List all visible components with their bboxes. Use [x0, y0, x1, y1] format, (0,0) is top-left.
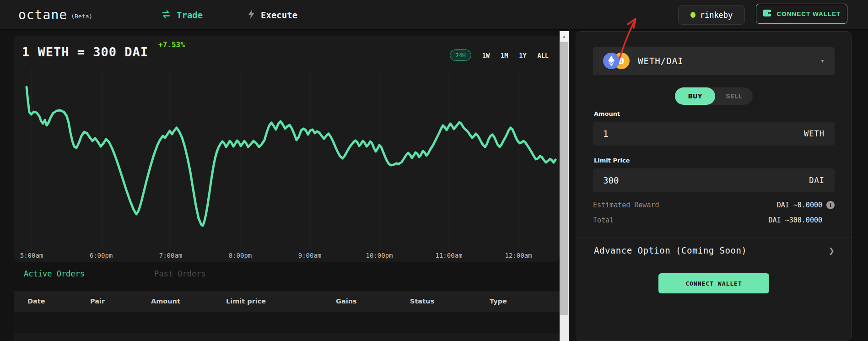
network-name: rinkeby: [700, 11, 733, 20]
tab-past-orders[interactable]: Past Orders: [154, 269, 206, 278]
nav-tab-execute[interactable]: Execute: [247, 0, 297, 30]
nav-trade-label: Trade: [177, 10, 203, 20]
range-1m[interactable]: 1M: [501, 52, 508, 59]
logo[interactable]: octane (Beta): [18, 0, 92, 30]
connect-wallet-label: CONNECT WALLET: [777, 11, 841, 17]
advance-option-label: Advance Option (Coming Soon): [594, 245, 747, 255]
divider: [576, 263, 852, 263]
price-chart[interactable]: [18, 69, 560, 249]
buy-toggle-button[interactable]: BUY: [675, 87, 715, 105]
amount-unit: WETH: [804, 129, 825, 138]
col-date: Date: [27, 298, 90, 305]
scrollbar-thumb[interactable]: [560, 42, 568, 315]
limit-price-input[interactable]: [603, 175, 809, 185]
nav-tab-trade[interactable]: Trade: [161, 0, 203, 30]
price-chart-svg: [18, 69, 560, 249]
x-tick: 12:00am: [505, 252, 532, 259]
swap-icon: [161, 9, 171, 21]
amount-input[interactable]: [603, 129, 804, 139]
orders-table-bottom-row: [14, 333, 560, 341]
pair-coins: Ð: [603, 53, 630, 69]
app-root: octane (Beta) Trade Execute rinkeby CONN…: [0, 0, 868, 341]
range-all[interactable]: ALL: [538, 52, 549, 59]
pair-selector-dropdown[interactable]: Ð WETH/DAI ▾: [593, 47, 835, 75]
chevron-right-icon: ❯: [829, 245, 835, 256]
vertical-scrollbar[interactable]: ▲: [560, 31, 569, 341]
network-badge[interactable]: rinkeby: [678, 5, 745, 25]
range-1w[interactable]: 1W: [482, 52, 490, 59]
price-quote: 1 WETH = 300 DAI: [22, 45, 148, 59]
col-gains: Gains: [336, 298, 410, 305]
info-icon[interactable]: i: [826, 201, 835, 209]
logo-text: octane: [18, 7, 67, 22]
sell-toggle-button[interactable]: SELL: [715, 87, 753, 105]
tab-active-orders[interactable]: Active Orders: [24, 269, 85, 278]
time-range-selector: 24H 1W 1M 1Y ALL: [450, 49, 549, 61]
limit-price-label: Limit Price: [594, 157, 630, 164]
total-row: Total DAI ~300.0000: [593, 216, 835, 224]
trade-panel: Ð WETH/DAI ▾ BUY SELL Amount WETH Limit …: [576, 31, 852, 341]
connect-wallet-button-panel[interactable]: CONNECT WALLET: [658, 273, 769, 293]
estimated-reward-value: DAI ~0.0000: [777, 201, 822, 209]
x-axis: 5:00am 6:00pm 7:00am 8:00pm 9:00am 10:00…: [14, 252, 560, 261]
buy-sell-toggle: BUY SELL: [675, 87, 753, 105]
chart-card: 1 WETH = 300 DAI +7.53% 24H 1W 1M 1Y ALL…: [14, 36, 560, 262]
col-pair: Pair: [90, 298, 151, 305]
col-amount: Amount: [151, 298, 226, 305]
range-1y[interactable]: 1Y: [519, 52, 526, 59]
orders-table-header: Date Pair Amount Limit price Gains Statu…: [14, 291, 560, 312]
estimated-reward-label: Estimated Reward: [593, 201, 659, 209]
col-limit-price: Limit price: [226, 298, 336, 305]
x-tick: 9:00am: [298, 252, 322, 259]
x-tick: 5:00am: [20, 252, 43, 259]
limit-price-unit: DAI: [809, 176, 825, 185]
navbar: octane (Beta) Trade Execute rinkeby CONN…: [0, 0, 868, 30]
price-line-series: [27, 87, 555, 226]
beta-tag: (Beta): [71, 13, 92, 20]
scrollbar-up-arrow-icon[interactable]: ▲: [560, 31, 569, 41]
range-24h[interactable]: 24H: [450, 49, 471, 61]
col-status: Status: [410, 298, 490, 305]
pair-label: WETH/DAI: [638, 56, 684, 66]
x-tick: 8:00pm: [229, 252, 252, 259]
connect-wallet-button-navbar[interactable]: CONNECT WALLET: [756, 4, 847, 24]
amount-field-wrap: WETH: [593, 122, 835, 146]
price-change-badge: +7.53%: [158, 40, 185, 49]
orders-tabs: Active Orders Past Orders: [14, 269, 560, 281]
x-tick: 11:00am: [435, 252, 462, 259]
limit-price-field-wrap: DAI: [593, 168, 835, 192]
x-tick: 7:00am: [159, 252, 183, 259]
x-tick: 6:00pm: [90, 252, 113, 259]
estimated-reward-row: Estimated Reward DAI ~0.0000 i: [593, 201, 835, 209]
total-value: DAI ~300.0000: [769, 216, 822, 224]
wallet-icon: [763, 9, 772, 18]
total-label: Total: [593, 216, 614, 224]
x-tick: 10:00pm: [366, 252, 393, 259]
amount-label: Amount: [594, 110, 620, 117]
nav-execute-label: Execute: [261, 10, 297, 20]
ethereum-coin-icon: [603, 53, 620, 69]
col-type: Type: [490, 298, 535, 305]
advance-option-row[interactable]: Advance Option (Coming Soon) ❯: [576, 238, 852, 263]
network-status-dot-icon: [690, 12, 695, 18]
lightning-icon: [247, 9, 255, 21]
chevron-down-icon: ▾: [820, 57, 825, 65]
